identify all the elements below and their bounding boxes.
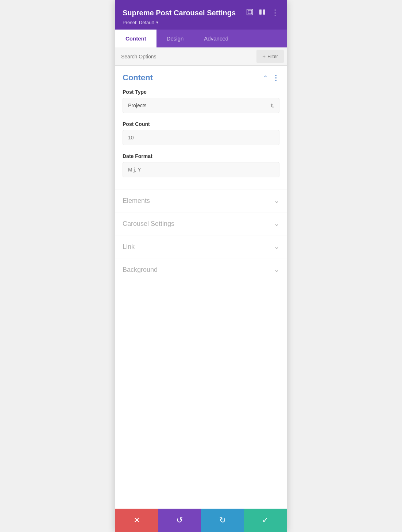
filter-label: Filter — [267, 54, 278, 59]
date-format-field: Date Format — [123, 153, 279, 177]
post-type-select[interactable]: Projects Posts Pages — [123, 98, 279, 113]
carousel-settings-title: Carousel Settings — [123, 220, 174, 228]
post-count-field: Post Count — [123, 121, 279, 145]
main-content: Content ⌃ ⋮ Post Type Projects Posts Pag… — [115, 66, 287, 509]
post-count-input[interactable] — [123, 130, 279, 145]
tab-advanced[interactable]: Advanced — [194, 30, 239, 47]
preset-row[interactable]: Preset: Default ▼ — [123, 20, 279, 30]
svg-rect-1 — [248, 10, 252, 14]
filter-plus-icon: + — [262, 53, 266, 59]
elements-chevron-icon: ⌄ — [274, 197, 279, 205]
svg-rect-3 — [263, 9, 265, 15]
header-top: Supreme Post Carousel Settings — [123, 8, 279, 18]
link-title: Link — [123, 243, 135, 251]
post-type-field: Post Type Projects Posts Pages — [123, 89, 279, 113]
background-title: Background — [123, 266, 158, 274]
section-more-icon[interactable]: ⋮ — [272, 73, 279, 82]
redo-button[interactable]: ↻ — [201, 509, 244, 532]
date-format-label: Date Format — [123, 153, 279, 159]
cancel-button[interactable]: ✕ — [115, 509, 158, 532]
bottom-toolbar: ✕ ↺ ↻ ✓ — [115, 509, 287, 532]
link-section[interactable]: Link ⌄ — [115, 235, 287, 258]
content-section: Content ⌃ ⋮ Post Type Projects Posts Pag… — [115, 66, 287, 189]
svg-rect-2 — [259, 9, 262, 15]
date-format-input[interactable] — [123, 162, 279, 177]
frame-icon[interactable] — [246, 8, 254, 18]
more-icon[interactable]: ⋮ — [271, 8, 279, 18]
carousel-settings-section[interactable]: Carousel Settings ⌄ — [115, 212, 287, 235]
filter-button[interactable]: + Filter — [256, 50, 284, 63]
elements-title: Elements — [123, 197, 150, 205]
redo-icon: ↻ — [219, 516, 226, 525]
carousel-settings-chevron-icon: ⌄ — [274, 220, 279, 228]
save-icon: ✓ — [262, 516, 268, 525]
tab-design[interactable]: Design — [156, 30, 194, 47]
save-button[interactable]: ✓ — [244, 509, 287, 532]
search-input[interactable] — [115, 49, 254, 65]
background-section[interactable]: Background ⌄ — [115, 258, 287, 281]
tabs-bar: Content Design Advanced — [115, 30, 287, 47]
background-chevron-icon: ⌄ — [274, 266, 279, 274]
header-icons: ⋮ — [246, 8, 279, 18]
columns-icon[interactable] — [259, 8, 266, 18]
undo-icon: ↺ — [176, 516, 183, 525]
post-count-label: Post Count — [123, 121, 279, 127]
undo-button[interactable]: ↺ — [158, 509, 201, 532]
section-controls: ⌃ ⋮ — [263, 73, 279, 82]
panel-title: Supreme Post Carousel Settings — [123, 9, 236, 17]
link-chevron-icon: ⌄ — [274, 243, 279, 251]
preset-arrow-icon: ▼ — [155, 20, 159, 24]
section-title: Content — [123, 73, 153, 82]
elements-section[interactable]: Elements ⌄ — [115, 189, 287, 212]
section-header: Content ⌃ ⋮ — [123, 73, 279, 82]
post-type-label: Post Type — [123, 89, 279, 95]
settings-panel: Supreme Post Carousel Settings — [115, 0, 287, 532]
tab-content[interactable]: Content — [115, 30, 156, 47]
search-bar: + Filter — [115, 47, 287, 66]
header: Supreme Post Carousel Settings — [115, 0, 287, 30]
cancel-icon: ✕ — [134, 516, 140, 525]
collapse-button[interactable]: ⌃ — [263, 74, 268, 81]
post-type-select-wrapper: Projects Posts Pages — [123, 98, 279, 113]
preset-label: Preset: Default — [123, 20, 154, 25]
